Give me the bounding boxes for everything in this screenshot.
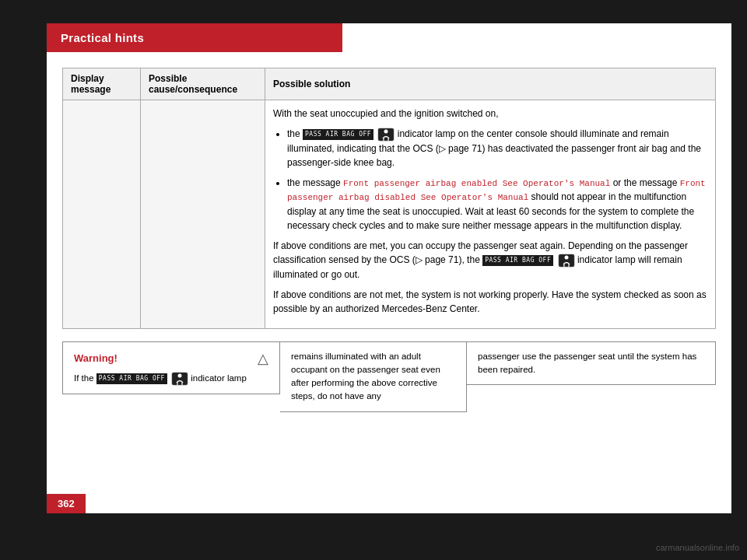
- svg-point-9: [178, 373, 182, 377]
- col-header-cause: Possible cause/consequence: [141, 68, 265, 100]
- solution-para2: If above conditions are not met, the sys…: [273, 288, 707, 316]
- warning-line1-before: If the: [74, 373, 94, 383]
- content-area: Display message Possible cause/consequen…: [47, 68, 731, 412]
- middle-box-text: remains illuminated with an adult occupa…: [291, 352, 440, 401]
- passenger-icon-2: [558, 254, 575, 268]
- table-row: With the seat unoccupied and the ignitio…: [63, 100, 716, 329]
- bottom-section: Warning! △ If the PASS AIR BAG OFF indic…: [62, 341, 716, 412]
- warning-panel: Warning! △ If the PASS AIR BAG OFF indic…: [62, 341, 280, 394]
- pass-airbag-badge-1: PASS AIR BAG OFF: [303, 129, 374, 140]
- bullet2-middle: or the message: [613, 177, 680, 188]
- bullet2-before: the message: [287, 177, 343, 188]
- warning-triangle-icon: △: [258, 350, 268, 367]
- mono-text-1: Front passenger airbag enabled See Opera…: [343, 179, 610, 188]
- svg-point-1: [384, 129, 388, 133]
- right-text-box: passenger use the passenger seat until t…: [467, 341, 716, 386]
- header-bar: Practical hints: [47, 23, 342, 52]
- middle-text-box: remains illuminated with an adult occupa…: [280, 341, 467, 412]
- solution-cell: With the seat unoccupied and the ignitio…: [265, 100, 716, 329]
- warning-label: Warning!: [74, 352, 117, 364]
- col-header-display: Display message: [63, 68, 141, 100]
- bullet-2: the message Front passenger airbag enabl…: [287, 176, 707, 233]
- warning-line1-after: indicator lamp: [191, 373, 247, 383]
- passenger-icon-1: [377, 128, 395, 142]
- warning-panel-header: Warning! △: [74, 350, 268, 367]
- warning-badge: PASS AIR BAG OFF: [96, 373, 167, 384]
- display-message-cell: [63, 100, 141, 329]
- bullet1-before: the: [287, 128, 303, 139]
- watermark: carmanualsonline.info: [656, 543, 739, 552]
- cause-cell: [141, 100, 265, 329]
- bullet-1: the PASS AIR BAG OFF indicator lamp o: [287, 127, 707, 170]
- svg-point-5: [564, 255, 568, 259]
- col-header-solution: Possible solution: [265, 68, 716, 100]
- main-table: Display message Possible cause/consequen…: [62, 68, 716, 329]
- solution-intro: With the seat unoccupied and the ignitio…: [273, 107, 707, 121]
- right-box-text: passenger use the passenger seat until t…: [478, 352, 696, 374]
- warning-content: If the PASS AIR BAG OFF indicator lamp: [74, 372, 268, 386]
- pass-airbag-badge-2: PASS AIR BAG OFF: [482, 255, 553, 266]
- solution-para1: If above conditions are met, you can occ…: [273, 239, 707, 282]
- passenger-icon-3: [171, 372, 188, 386]
- page-number: 362: [47, 494, 86, 513]
- page-title: Practical hints: [61, 31, 144, 44]
- solution-bullets: the PASS AIR BAG OFF indicator lamp o: [273, 127, 707, 233]
